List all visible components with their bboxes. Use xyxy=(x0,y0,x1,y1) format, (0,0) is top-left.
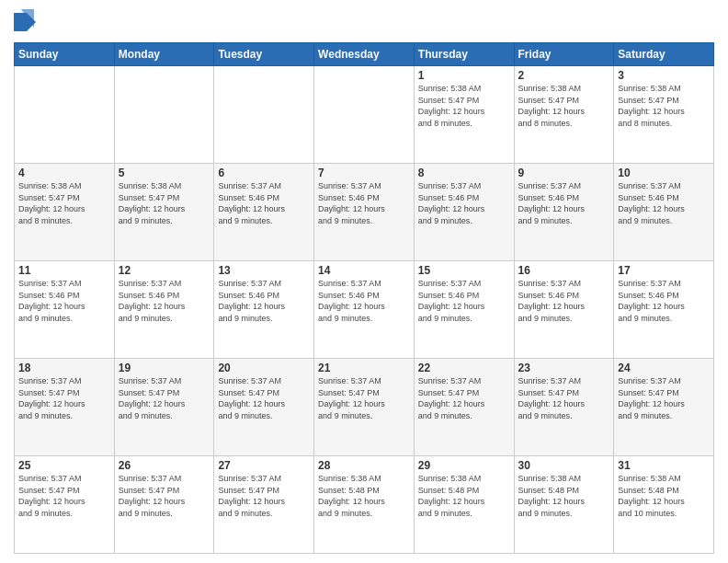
day-number: 2 xyxy=(518,69,610,82)
day-cell: 16Sunrise: 5:37 AM Sunset: 5:46 PM Dayli… xyxy=(514,261,614,359)
day-number: 27 xyxy=(218,459,310,472)
day-number: 24 xyxy=(618,362,710,374)
header-friday: Friday xyxy=(514,43,614,66)
day-info: Sunrise: 5:37 AM Sunset: 5:47 PM Dayligh… xyxy=(518,375,610,421)
day-info: Sunrise: 5:38 AM Sunset: 5:48 PM Dayligh… xyxy=(618,473,710,519)
day-cell: 2Sunrise: 5:38 AM Sunset: 5:47 PM Daylig… xyxy=(514,66,614,164)
day-number: 3 xyxy=(618,69,710,82)
day-info: Sunrise: 5:38 AM Sunset: 5:48 PM Dayligh… xyxy=(318,473,410,519)
day-info: Sunrise: 5:38 AM Sunset: 5:47 PM Dayligh… xyxy=(518,83,610,129)
day-cell: 22Sunrise: 5:37 AM Sunset: 5:47 PM Dayli… xyxy=(414,359,514,456)
day-cell: 27Sunrise: 5:37 AM Sunset: 5:47 PM Dayli… xyxy=(214,456,314,554)
week-row-3: 11Sunrise: 5:37 AM Sunset: 5:46 PM Dayli… xyxy=(15,261,714,359)
day-cell: 7Sunrise: 5:37 AM Sunset: 5:46 PM Daylig… xyxy=(314,164,415,261)
day-number: 21 xyxy=(318,362,410,374)
day-number: 16 xyxy=(518,264,610,277)
day-info: Sunrise: 5:37 AM Sunset: 5:47 PM Dayligh… xyxy=(18,473,110,519)
header xyxy=(14,9,714,35)
day-number: 10 xyxy=(618,167,710,179)
day-number: 20 xyxy=(218,362,310,374)
day-cell xyxy=(214,66,314,164)
day-cell xyxy=(114,66,214,164)
calendar-header-row: SundayMondayTuesdayWednesdayThursdayFrid… xyxy=(15,43,714,66)
day-info: Sunrise: 5:38 AM Sunset: 5:47 PM Dayligh… xyxy=(119,180,210,226)
day-number: 6 xyxy=(218,167,310,179)
day-number: 18 xyxy=(18,362,110,374)
day-number: 8 xyxy=(418,167,510,179)
day-cell: 19Sunrise: 5:37 AM Sunset: 5:47 PM Dayli… xyxy=(114,359,214,456)
day-info: Sunrise: 5:38 AM Sunset: 5:48 PM Dayligh… xyxy=(418,473,510,519)
day-number: 31 xyxy=(618,459,710,472)
day-info: Sunrise: 5:37 AM Sunset: 5:46 PM Dayligh… xyxy=(218,278,310,324)
day-number: 5 xyxy=(119,167,210,179)
calendar-table: SundayMondayTuesdayWednesdayThursdayFrid… xyxy=(14,42,714,554)
day-info: Sunrise: 5:37 AM Sunset: 5:46 PM Dayligh… xyxy=(18,278,110,324)
header-wednesday: Wednesday xyxy=(314,43,415,66)
day-number: 28 xyxy=(318,459,410,472)
day-info: Sunrise: 5:37 AM Sunset: 5:46 PM Dayligh… xyxy=(418,278,510,324)
day-info: Sunrise: 5:37 AM Sunset: 5:47 PM Dayligh… xyxy=(218,375,310,421)
day-info: Sunrise: 5:37 AM Sunset: 5:47 PM Dayligh… xyxy=(218,473,310,519)
day-number: 13 xyxy=(218,264,310,277)
day-cell: 29Sunrise: 5:38 AM Sunset: 5:48 PM Dayli… xyxy=(414,456,514,554)
day-number: 26 xyxy=(119,459,210,472)
day-number: 29 xyxy=(418,459,510,472)
day-cell: 28Sunrise: 5:38 AM Sunset: 5:48 PM Dayli… xyxy=(314,456,415,554)
day-cell: 17Sunrise: 5:37 AM Sunset: 5:46 PM Dayli… xyxy=(614,261,714,359)
header-thursday: Thursday xyxy=(414,43,514,66)
day-cell: 18Sunrise: 5:37 AM Sunset: 5:47 PM Dayli… xyxy=(15,359,115,456)
day-number: 17 xyxy=(618,264,710,277)
day-info: Sunrise: 5:37 AM Sunset: 5:47 PM Dayligh… xyxy=(318,375,410,421)
day-info: Sunrise: 5:37 AM Sunset: 5:46 PM Dayligh… xyxy=(518,278,610,324)
day-info: Sunrise: 5:37 AM Sunset: 5:47 PM Dayligh… xyxy=(18,375,110,421)
day-number: 11 xyxy=(18,264,110,277)
day-cell: 25Sunrise: 5:37 AM Sunset: 5:47 PM Dayli… xyxy=(15,456,115,554)
day-cell: 26Sunrise: 5:37 AM Sunset: 5:47 PM Dayli… xyxy=(114,456,214,554)
day-cell: 20Sunrise: 5:37 AM Sunset: 5:47 PM Dayli… xyxy=(214,359,314,456)
day-cell xyxy=(314,66,415,164)
day-number: 14 xyxy=(318,264,410,277)
day-number: 7 xyxy=(318,167,410,179)
day-cell: 23Sunrise: 5:37 AM Sunset: 5:47 PM Dayli… xyxy=(514,359,614,456)
day-cell: 9Sunrise: 5:37 AM Sunset: 5:46 PM Daylig… xyxy=(514,164,614,261)
day-cell: 24Sunrise: 5:37 AM Sunset: 5:47 PM Dayli… xyxy=(614,359,714,456)
day-cell: 30Sunrise: 5:38 AM Sunset: 5:48 PM Dayli… xyxy=(514,456,614,554)
day-cell: 6Sunrise: 5:37 AM Sunset: 5:46 PM Daylig… xyxy=(214,164,314,261)
day-info: Sunrise: 5:37 AM Sunset: 5:46 PM Dayligh… xyxy=(218,180,310,226)
header-tuesday: Tuesday xyxy=(214,43,314,66)
day-number: 15 xyxy=(418,264,510,277)
day-number: 25 xyxy=(18,459,110,472)
day-info: Sunrise: 5:37 AM Sunset: 5:47 PM Dayligh… xyxy=(119,473,210,519)
day-number: 4 xyxy=(18,167,110,179)
week-row-2: 4Sunrise: 5:38 AM Sunset: 5:47 PM Daylig… xyxy=(15,164,714,261)
day-info: Sunrise: 5:37 AM Sunset: 5:46 PM Dayligh… xyxy=(318,180,410,226)
day-number: 19 xyxy=(119,362,210,374)
day-info: Sunrise: 5:38 AM Sunset: 5:47 PM Dayligh… xyxy=(418,83,510,129)
day-cell: 5Sunrise: 5:38 AM Sunset: 5:47 PM Daylig… xyxy=(114,164,214,261)
header-sunday: Sunday xyxy=(15,43,115,66)
day-cell: 8Sunrise: 5:37 AM Sunset: 5:46 PM Daylig… xyxy=(414,164,514,261)
day-number: 30 xyxy=(518,459,610,472)
logo xyxy=(14,9,41,35)
week-row-4: 18Sunrise: 5:37 AM Sunset: 5:47 PM Dayli… xyxy=(15,359,714,456)
day-info: Sunrise: 5:38 AM Sunset: 5:47 PM Dayligh… xyxy=(18,180,110,226)
day-cell: 4Sunrise: 5:38 AM Sunset: 5:47 PM Daylig… xyxy=(15,164,115,261)
day-info: Sunrise: 5:37 AM Sunset: 5:46 PM Dayligh… xyxy=(618,278,710,324)
header-monday: Monday xyxy=(114,43,214,66)
day-cell: 15Sunrise: 5:37 AM Sunset: 5:46 PM Dayli… xyxy=(414,261,514,359)
week-row-1: 1Sunrise: 5:38 AM Sunset: 5:47 PM Daylig… xyxy=(15,66,714,164)
day-info: Sunrise: 5:37 AM Sunset: 5:46 PM Dayligh… xyxy=(518,180,610,226)
day-cell: 13Sunrise: 5:37 AM Sunset: 5:46 PM Dayli… xyxy=(214,261,314,359)
day-info: Sunrise: 5:37 AM Sunset: 5:46 PM Dayligh… xyxy=(119,278,210,324)
day-info: Sunrise: 5:38 AM Sunset: 5:47 PM Dayligh… xyxy=(618,83,710,129)
day-number: 9 xyxy=(518,167,610,179)
page: SundayMondayTuesdayWednesdayThursdayFrid… xyxy=(0,0,728,563)
day-info: Sunrise: 5:37 AM Sunset: 5:46 PM Dayligh… xyxy=(618,180,710,226)
header-saturday: Saturday xyxy=(614,43,714,66)
day-info: Sunrise: 5:37 AM Sunset: 5:47 PM Dayligh… xyxy=(119,375,210,421)
day-cell: 31Sunrise: 5:38 AM Sunset: 5:48 PM Dayli… xyxy=(614,456,714,554)
day-info: Sunrise: 5:37 AM Sunset: 5:47 PM Dayligh… xyxy=(618,375,710,421)
day-cell: 10Sunrise: 5:37 AM Sunset: 5:46 PM Dayli… xyxy=(614,164,714,261)
day-cell: 14Sunrise: 5:37 AM Sunset: 5:46 PM Dayli… xyxy=(314,261,415,359)
day-cell: 21Sunrise: 5:37 AM Sunset: 5:47 PM Dayli… xyxy=(314,359,415,456)
